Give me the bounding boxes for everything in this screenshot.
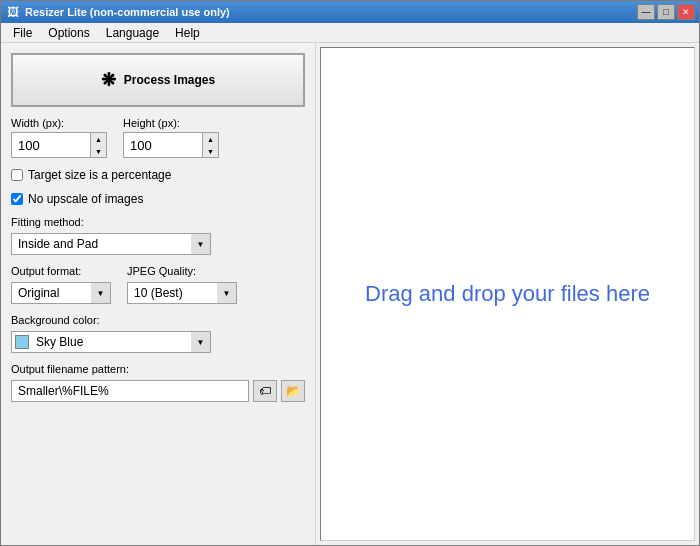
title-bar-left: 🖼 Resizer Lite (non-commercial use only) <box>7 5 230 19</box>
fitting-dropdown-container: Inside and Pad Stretch Crop Inside Outsi… <box>11 233 211 255</box>
output-format-group: Output format: Original JPEG PNG GIF BMP… <box>11 265 111 304</box>
height-input[interactable] <box>123 132 203 158</box>
width-label: Width (px): <box>11 117 107 129</box>
main-window: 🖼 Resizer Lite (non-commercial use only)… <box>0 0 700 546</box>
menu-file[interactable]: File <box>5 24 40 42</box>
height-spinner: ▲ ▼ <box>123 132 219 158</box>
noupscale-checkbox[interactable] <box>11 193 23 205</box>
app-icon: 🖼 <box>7 5 21 19</box>
height-up-button[interactable]: ▲ <box>203 133 218 145</box>
width-group: Width (px): ▲ ▼ <box>11 117 107 158</box>
bg-color-dropdown[interactable]: Sky Blue White Black Transparent <box>11 331 211 353</box>
right-panel[interactable]: Drag and drop your files here <box>320 47 695 541</box>
left-panel: ❋ Process Images Width (px): ▲ ▼ H <box>1 43 316 545</box>
checkbox-noupscale-row: No upscale of images <box>11 192 305 206</box>
process-images-button[interactable]: ❋ Process Images <box>11 53 305 107</box>
maximize-button[interactable]: □ <box>657 4 675 20</box>
menu-language[interactable]: Language <box>98 24 167 42</box>
height-group: Height (px): ▲ ▼ <box>123 117 219 158</box>
process-icon: ❋ <box>101 69 116 91</box>
fitting-dropdown[interactable]: Inside and Pad Stretch Crop Inside Outsi… <box>11 233 211 255</box>
noupscale-label: No upscale of images <box>28 192 143 206</box>
output-format-dropdown[interactable]: Original JPEG PNG GIF BMP TIFF <box>11 282 111 304</box>
fitting-method-group: Fitting method: Inside and Pad Stretch C… <box>11 216 305 255</box>
jpeg-quality-group: JPEG Quality: 10 (Best) 9 8 7 6 5 ▼ <box>127 265 237 304</box>
jpeg-quality-dropdown[interactable]: 10 (Best) 9 8 7 6 5 <box>127 282 237 304</box>
bg-color-dropdown-container: Sky Blue White Black Transparent ▼ <box>11 331 211 353</box>
title-controls: — □ ✕ <box>637 4 695 20</box>
drop-zone-text: Drag and drop your files here <box>365 281 650 307</box>
filename-pattern-group: Output filename pattern: 🏷 📂 <box>11 363 305 402</box>
fitting-label: Fitting method: <box>11 216 305 228</box>
width-spinner: ▲ ▼ <box>11 132 107 158</box>
filename-icon-button-1[interactable]: 🏷 <box>253 380 277 402</box>
process-button-label: Process Images <box>124 73 215 87</box>
content-area: ❋ Process Images Width (px): ▲ ▼ H <box>1 43 699 545</box>
browse-folder-icon: 📂 <box>286 384 301 398</box>
filename-input-row: 🏷 📂 <box>11 380 305 402</box>
menu-help[interactable]: Help <box>167 24 208 42</box>
width-down-button[interactable]: ▼ <box>91 145 106 157</box>
bg-color-group: Background color: Sky Blue White Black T… <box>11 314 305 353</box>
jpeg-quality-dropdown-container: 10 (Best) 9 8 7 6 5 ▼ <box>127 282 237 304</box>
title-bar: 🖼 Resizer Lite (non-commercial use only)… <box>1 1 699 23</box>
close-button[interactable]: ✕ <box>677 4 695 20</box>
filename-pattern-input[interactable] <box>11 380 249 402</box>
filename-icon-button-2[interactable]: 📂 <box>281 380 305 402</box>
filename-pattern-label: Output filename pattern: <box>11 363 305 375</box>
format-quality-row: Output format: Original JPEG PNG GIF BMP… <box>11 265 305 304</box>
height-label: Height (px): <box>123 117 219 129</box>
output-format-dropdown-container: Original JPEG PNG GIF BMP TIFF ▼ <box>11 282 111 304</box>
window-title: Resizer Lite (non-commercial use only) <box>25 6 230 18</box>
height-spinner-btns: ▲ ▼ <box>203 132 219 158</box>
width-input[interactable] <box>11 132 91 158</box>
edit-pattern-icon: 🏷 <box>259 384 271 398</box>
width-up-button[interactable]: ▲ <box>91 133 106 145</box>
minimize-button[interactable]: — <box>637 4 655 20</box>
checkbox-percentage-row: Target size is a percentage <box>11 168 305 182</box>
menu-options[interactable]: Options <box>40 24 97 42</box>
menu-bar: File Options Language Help <box>1 23 699 43</box>
width-spinner-btns: ▲ ▼ <box>91 132 107 158</box>
dimensions-row: Width (px): ▲ ▼ Height (px): ▲ <box>11 117 305 158</box>
percentage-label: Target size is a percentage <box>28 168 171 182</box>
percentage-checkbox[interactable] <box>11 169 23 181</box>
output-format-label: Output format: <box>11 265 111 277</box>
bg-color-label: Background color: <box>11 314 305 326</box>
height-down-button[interactable]: ▼ <box>203 145 218 157</box>
jpeg-quality-label: JPEG Quality: <box>127 265 237 277</box>
